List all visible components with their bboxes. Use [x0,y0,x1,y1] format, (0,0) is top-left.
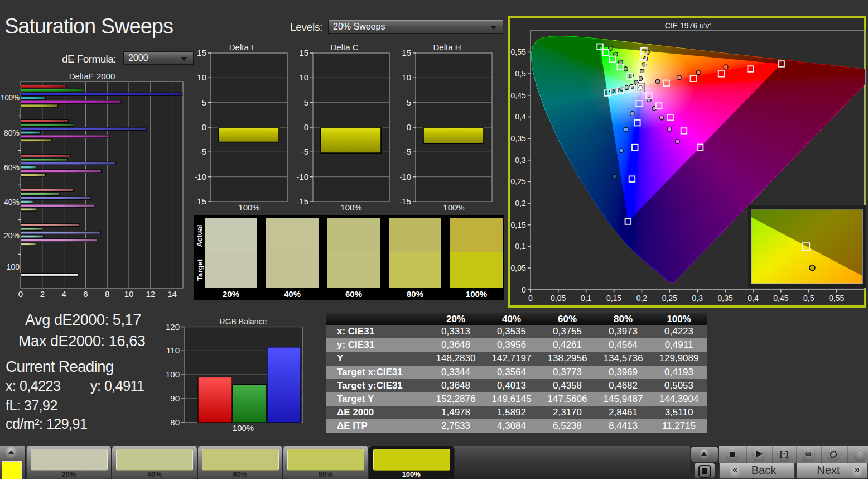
svg-text:Delta C: Delta C [330,42,358,52]
svg-text:8: 8 [105,289,109,299]
svg-text:-10: -10 [297,172,308,181]
svg-text:0,45: 0,45 [511,91,526,100]
svg-text:Delta H: Delta H [433,42,461,52]
svg-text:0,2: 0,2 [636,294,648,303]
svg-text:0,35: 0,35 [717,294,732,303]
svg-text:100%: 100% [340,203,361,212]
svg-text:6: 6 [83,289,88,299]
svg-text:0: 0 [202,122,206,132]
svg-text:0,1: 0,1 [581,294,592,303]
svg-text:100: 100 [166,370,180,379]
svg-text:5: 5 [407,98,411,107]
svg-text:0,25: 0,25 [511,177,526,186]
svg-text:0,1: 0,1 [515,242,526,251]
svg-text:2: 2 [40,289,45,299]
svg-text:0,5: 0,5 [803,294,814,303]
svg-text:100%: 100% [233,423,254,433]
svg-text:0,05: 0,05 [551,294,566,303]
svg-text:40%: 40% [4,198,20,207]
svg-text:12: 12 [146,289,155,299]
svg-text:100: 100 [7,262,20,271]
svg-text:0,4: 0,4 [748,294,759,303]
svg-text:0,3: 0,3 [692,294,703,303]
svg-text:0: 0 [18,289,23,299]
svg-text:-5: -5 [301,147,308,156]
svg-text:0,35: 0,35 [511,134,526,143]
svg-text:0,3: 0,3 [515,156,526,165]
svg-text:-10: -10 [195,172,206,181]
svg-text:10: 10 [124,289,134,299]
svg-text:0,5: 0,5 [515,69,526,78]
svg-text:80: 80 [170,418,180,427]
svg-text:10: 10 [197,73,206,82]
svg-text:0,15: 0,15 [511,221,526,229]
svg-text:110: 110 [166,346,180,355]
svg-text:0,25: 0,25 [662,294,677,303]
svg-text:100%: 100% [238,203,259,212]
svg-text:4: 4 [61,289,66,299]
svg-text:10: 10 [299,73,308,82]
svg-text:0,4: 0,4 [515,112,526,121]
svg-text:15: 15 [197,48,206,58]
svg-text:0,45: 0,45 [773,294,788,303]
svg-text:10: 10 [402,73,411,82]
svg-text:120: 120 [166,322,180,332]
svg-text:-10: -10 [400,172,411,181]
svg-text:15: 15 [299,48,308,58]
svg-text:-15: -15 [297,197,308,206]
svg-text:0,55: 0,55 [829,294,844,303]
svg-text:60%: 60% [4,163,20,172]
svg-text:0: 0 [522,285,526,294]
svg-text:0: 0 [407,122,411,132]
svg-text:90: 90 [170,394,180,403]
svg-text:100%: 100% [1,93,20,102]
svg-text:0,2: 0,2 [515,199,526,208]
svg-text:0: 0 [528,294,533,303]
svg-text:100%: 100% [443,203,464,212]
svg-text:0: 0 [304,122,308,132]
svg-text:-15: -15 [195,197,206,206]
svg-text:15: 15 [402,48,411,58]
svg-text:-15: -15 [400,197,411,206]
svg-text:0,55: 0,55 [511,47,526,56]
svg-text:80%: 80% [4,128,20,137]
svg-text:-5: -5 [199,147,206,156]
svg-text:Delta L: Delta L [229,42,256,52]
svg-text:-5: -5 [404,147,411,156]
svg-text:RGB Balance: RGB Balance [220,317,267,326]
svg-text:5: 5 [202,98,206,107]
svg-text:0,15: 0,15 [606,294,621,303]
svg-text:20%: 20% [4,231,20,240]
svg-text:0,05: 0,05 [511,264,526,272]
svg-text:14: 14 [167,289,177,299]
svg-text:5: 5 [304,98,308,107]
